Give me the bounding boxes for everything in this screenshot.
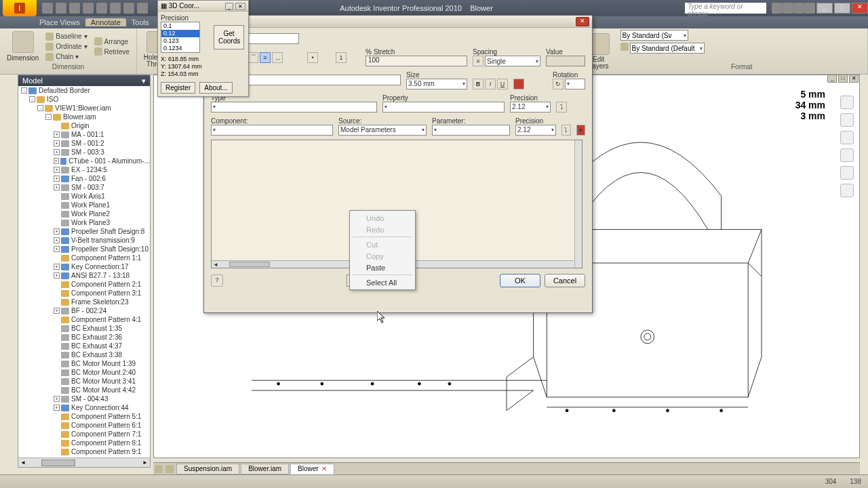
lookat-icon[interactable]	[840, 184, 854, 197]
param-options-button[interactable]: ▾	[576, 125, 586, 136]
tree-node[interactable]: Work Plane2	[18, 209, 150, 218]
tree-toggle-icon[interactable]: +	[54, 405, 60, 411]
tab-tools[interactable]: Tools	[126, 18, 155, 26]
align-top-button[interactable]: ⎴	[248, 52, 258, 63]
tree-toggle-icon[interactable]: +	[54, 237, 60, 243]
subscription-icon[interactable]	[783, 3, 793, 14]
editor-vscrollbar[interactable]	[574, 140, 582, 268]
scroll-thumb[interactable]	[41, 460, 75, 466]
tree-node[interactable]: +BF - 002:24	[18, 306, 150, 315]
tree-node[interactable]: -VIEW1:Blower.iam	[18, 104, 150, 113]
app-menu-button[interactable]: I	[3, 0, 37, 16]
tree-toggle-icon[interactable]: +	[54, 246, 60, 252]
precision-option[interactable]: 0.12	[161, 30, 199, 37]
precision-option[interactable]: 0.123	[161, 37, 199, 45]
chain-button[interactable]: Chain ▾	[43, 52, 90, 62]
coord-min-button[interactable]: _	[225, 3, 233, 10]
pan-icon[interactable]	[840, 131, 854, 144]
tree-toggle-icon[interactable]: +	[54, 184, 60, 190]
tree-node[interactable]: Component Pattern 4:1	[18, 315, 150, 324]
color-button[interactable]	[513, 79, 524, 89]
coord-close-button[interactable]: ✕	[235, 3, 245, 10]
arrange-button[interactable]: Arrange	[92, 37, 132, 46]
ordinate-button[interactable]: Ordinate ▾	[43, 42, 90, 52]
tree-node[interactable]: BC Motor Mount 4:42	[18, 386, 150, 394]
tree-node[interactable]: Work Axis1	[18, 192, 150, 201]
tree-toggle-icon[interactable]: +	[54, 140, 60, 146]
tree-node[interactable]: +MA - 001:1	[18, 130, 150, 139]
tab-annotate[interactable]: Annotate	[85, 18, 126, 26]
parameter-combo[interactable]	[432, 125, 510, 136]
bold-button[interactable]: B	[473, 79, 484, 89]
menu-item-select-all[interactable]: Select All	[350, 277, 415, 288]
precision-option[interactable]: 0.1234	[161, 45, 199, 52]
tree-node[interactable]: Component Pattern 8:1	[18, 439, 150, 447]
retrieve-button[interactable]: Retrieve	[92, 47, 132, 56]
scroll-thumb[interactable]	[229, 262, 270, 267]
tree-node[interactable]: Component Pattern 2:1	[18, 280, 150, 289]
cancel-button[interactable]: Cancel	[545, 274, 585, 287]
tree-node[interactable]: Component Pattern 6:1	[18, 421, 150, 430]
standard-combo[interactable]: By Standard (Sv	[620, 30, 688, 41]
tree-node[interactable]: Component Pattern 7:1	[18, 430, 150, 439]
tab-close-icon[interactable]: ✕	[321, 465, 327, 472]
tree-node[interactable]: +SM - 001:2	[18, 139, 150, 148]
qat-return-icon[interactable]	[123, 3, 134, 14]
navcube-icon[interactable]	[840, 96, 854, 109]
tree-node[interactable]: Work Plane3	[18, 218, 150, 227]
numbering-button[interactable]: 1	[336, 52, 347, 63]
doc-tab[interactable]: Blower.iam	[241, 464, 289, 474]
tree-node[interactable]: -Defaulted Border	[18, 86, 150, 95]
tab-nav-icon[interactable]	[155, 465, 163, 473]
tree-node[interactable]: Component Pattern 9:1	[18, 447, 150, 456]
insert-param-button[interactable]: ⤵	[561, 125, 571, 136]
coord-titlebar[interactable]: ▦ 3D Coor... _ ✕	[158, 1, 248, 12]
menu-item-paste[interactable]: Paste	[350, 262, 415, 273]
coord-tool-window[interactable]: ▦ 3D Coor... _ ✕ Precision 0.10.120.1230…	[157, 0, 249, 97]
tree-node[interactable]: BC Exhaust 1:35	[18, 324, 150, 333]
tree-node[interactable]: BC Exhaust 2:36	[18, 333, 150, 342]
property-combo[interactable]	[382, 102, 505, 113]
layer-icon[interactable]	[620, 43, 629, 51]
minimize-button[interactable]: _	[816, 3, 833, 14]
doc-tab[interactable]: Blower ✕	[290, 464, 334, 474]
doc-tab[interactable]: Suspension.iam	[176, 464, 239, 474]
about-button[interactable]: About...	[199, 82, 232, 94]
dialog-titlebar[interactable]: ✕	[204, 16, 592, 28]
tree-node[interactable]: +Fan - 002:6	[18, 174, 150, 183]
bullets-button[interactable]: •	[307, 52, 318, 63]
close-button[interactable]: ✕	[852, 3, 868, 14]
spacing-toggle[interactable]: ≡	[473, 56, 484, 66]
tree-node[interactable]: +SM - 003:3	[18, 148, 150, 157]
tree-node[interactable]: +Key Connection:44	[18, 403, 150, 412]
tree-toggle-icon[interactable]: -	[21, 87, 27, 94]
tree-node[interactable]: BC Exhaust 4:37	[18, 342, 150, 350]
tree-toggle-icon[interactable]: +	[54, 131, 60, 138]
tree-node[interactable]: +SM - 004:43	[18, 394, 150, 403]
tree-toggle-icon[interactable]: +	[54, 396, 60, 402]
doc-close-button[interactable]: ✕	[849, 75, 859, 83]
help-icon[interactable]	[804, 3, 815, 14]
tree-node[interactable]: -ISO	[18, 95, 150, 104]
tree-node[interactable]: Component Pattern 5:1	[18, 412, 150, 421]
tree-hscrollbar[interactable]: ◄ ►	[18, 458, 150, 467]
rotation-combo[interactable]	[565, 79, 585, 89]
info-button[interactable]: ?	[211, 274, 223, 287]
qat-update-icon[interactable]	[137, 3, 148, 14]
model-tree[interactable]: -Defaulted Border-ISO-VIEW1:Blower.iam-B…	[18, 86, 150, 458]
precision-combo[interactable]: 2.12	[510, 102, 551, 113]
component-combo[interactable]	[211, 125, 333, 136]
tree-toggle-icon[interactable]: +	[54, 176, 60, 182]
qat-select-icon[interactable]	[110, 3, 121, 14]
tree-node[interactable]: -Blower.iam	[18, 113, 150, 121]
chevron-down-icon[interactable]: ▾	[142, 77, 146, 85]
tree-toggle-icon[interactable]: +	[54, 158, 59, 164]
doc-minimize-button[interactable]: _	[827, 75, 837, 83]
qat-open-icon[interactable]	[56, 3, 66, 14]
favorites-icon[interactable]	[793, 3, 804, 14]
get-coords-button[interactable]: Get Coords	[214, 25, 244, 49]
home-icon[interactable]	[840, 113, 854, 127]
tab-nav-icon[interactable]	[165, 465, 174, 473]
qat-save-icon[interactable]	[69, 3, 80, 14]
tree-toggle-icon[interactable]: -	[45, 114, 52, 120]
